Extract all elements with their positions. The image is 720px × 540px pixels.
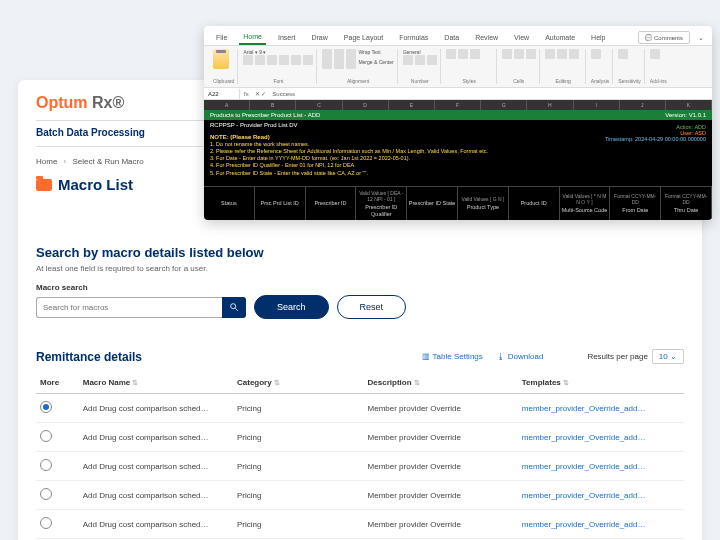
col-letter[interactable]: A <box>204 100 250 110</box>
col-letter[interactable]: J <box>620 100 666 110</box>
excel-tab-view[interactable]: View <box>510 31 533 44</box>
cell-template-link[interactable]: member_provider_Override_add… <box>518 481 684 510</box>
col-letter[interactable]: I <box>574 100 620 110</box>
delete-cells-icon[interactable] <box>514 49 524 59</box>
sort-icon[interactable]: ⇅ <box>274 379 280 386</box>
sort-icon[interactable]: ⇅ <box>414 379 420 386</box>
col-letter[interactable]: D <box>343 100 389 110</box>
sort-filter-icon[interactable] <box>557 49 567 59</box>
folder-icon <box>36 179 52 191</box>
italic-icon[interactable] <box>255 55 265 65</box>
brand-symbol: ® <box>112 94 124 111</box>
format-cells-icon[interactable] <box>526 49 536 59</box>
row-radio[interactable] <box>40 430 52 442</box>
analyze-icon[interactable] <box>591 49 601 59</box>
paste-icon[interactable] <box>213 49 229 69</box>
align-icon[interactable] <box>346 49 356 59</box>
sheet-col-header: Prsc Prd List ID <box>255 187 306 220</box>
cell-template-link[interactable]: member_provider_Override_add… <box>518 423 684 452</box>
col-letter[interactable]: K <box>666 100 712 110</box>
reset-button[interactable]: Reset <box>337 295 407 319</box>
sheet-col-header: Format CCYY-MM-DDThru Date <box>661 187 712 220</box>
comments-button[interactable]: 💬 Comments <box>638 31 690 44</box>
svg-line-1 <box>235 308 238 311</box>
ribbon-collapse-icon[interactable]: ⌄ <box>698 34 704 42</box>
col-letter[interactable]: B <box>250 100 296 110</box>
table-row[interactable]: Add Drug cost comparison sched…PricingMe… <box>36 423 684 452</box>
name-box[interactable]: A22 <box>204 89 240 99</box>
excel-tab-file[interactable]: File <box>212 31 231 44</box>
search-button[interactable]: Search <box>254 295 329 319</box>
cell-template-link[interactable]: member_provider_Override_add… <box>518 510 684 539</box>
excel-tab-home[interactable]: Home <box>239 30 266 45</box>
underline-icon[interactable] <box>267 55 277 65</box>
excel-tab-insert[interactable]: Insert <box>274 31 300 44</box>
cell-macro-name: Add Drug cost comparison sched… <box>79 481 233 510</box>
col-letter[interactable]: F <box>435 100 481 110</box>
formula-bar[interactable]: Success <box>272 91 295 97</box>
table-row[interactable]: Add Drug cost comparison sched…PricingMe… <box>36 481 684 510</box>
col-letter[interactable]: C <box>296 100 342 110</box>
fill-icon[interactable] <box>291 55 301 65</box>
percent-icon[interactable] <box>415 55 425 65</box>
sort-icon[interactable]: ⇅ <box>132 379 138 386</box>
currency-icon[interactable] <box>403 55 413 65</box>
download-link[interactable]: ⭳Download <box>497 352 544 361</box>
brand-part2: Rx <box>88 94 113 111</box>
sheet-col-header: Prescriber ID State <box>407 187 458 220</box>
crumb-current: Select & Run Macro <box>72 157 143 166</box>
row-radio[interactable] <box>40 488 52 500</box>
table-row[interactable]: Add Drug cost comparison sched…PricingMe… <box>36 452 684 481</box>
excel-tab-data[interactable]: Data <box>440 31 463 44</box>
rpp-label: Results per page <box>587 352 647 361</box>
download-icon: ⭳ <box>497 352 505 361</box>
cell-template-link[interactable]: member_provider_Override_add… <box>518 394 684 423</box>
bold-icon[interactable] <box>243 55 253 65</box>
cell-template-link[interactable]: member_provider_Override_add… <box>518 452 684 481</box>
excel-tab-help[interactable]: Help <box>587 31 609 44</box>
table-format-icon[interactable] <box>458 49 468 59</box>
cell-styles-icon[interactable] <box>470 49 480 59</box>
col-letter[interactable]: E <box>389 100 435 110</box>
search-icon-button[interactable] <box>222 297 246 318</box>
excel-tab-draw[interactable]: Draw <box>307 31 331 44</box>
sheet-col-header: Format CCYY-MM-DDFrom Date <box>610 187 661 220</box>
ribbon-group-clipboard: Clipboard <box>213 78 234 84</box>
table-row[interactable]: Add Drug cost comparison sched…PricingMe… <box>36 394 684 423</box>
row-radio[interactable] <box>40 517 52 529</box>
sort-icon[interactable]: ⇅ <box>563 379 569 386</box>
addins-icon[interactable] <box>650 49 660 59</box>
excel-tab-review[interactable]: Review <box>471 31 502 44</box>
ribbon-group-editing: Editing <box>545 78 582 84</box>
col-letter[interactable]: G <box>481 100 527 110</box>
insert-cells-icon[interactable] <box>502 49 512 59</box>
align-icon[interactable] <box>322 49 332 59</box>
excel-sheet: Products to Prescriber Product List - AD… <box>204 110 712 220</box>
page-title: Macro List <box>58 176 133 193</box>
border-icon[interactable] <box>279 55 289 65</box>
col-letter[interactable]: H <box>527 100 573 110</box>
comma-icon[interactable] <box>427 55 437 65</box>
sensitivity-icon[interactable] <box>618 49 628 59</box>
excel-tab-formulas[interactable]: Formulas <box>395 31 432 44</box>
cell-category: Pricing <box>233 510 364 539</box>
cell-category: Pricing <box>233 481 364 510</box>
font-color-icon[interactable] <box>303 55 313 65</box>
row-radio[interactable] <box>40 459 52 471</box>
autosum-icon[interactable] <box>545 49 555 59</box>
sheet-col-header: Prescriber ID <box>306 187 357 220</box>
table-row[interactable]: Add Drug cost comparison sched…PricingMe… <box>36 510 684 539</box>
cond-format-icon[interactable] <box>446 49 456 59</box>
excel-tab-page-layout[interactable]: Page Layout <box>340 31 387 44</box>
ribbon-group-styles: Styles <box>446 78 493 84</box>
excel-tab-automate[interactable]: Automate <box>541 31 579 44</box>
crumb-home[interactable]: Home <box>36 157 57 166</box>
align-icon[interactable] <box>334 49 344 59</box>
table-settings-link[interactable]: ▥Table Settings <box>422 352 483 361</box>
cell-description: Member provider Override <box>364 423 518 452</box>
find-icon[interactable] <box>569 49 579 59</box>
search-input[interactable] <box>36 297 222 318</box>
rpp-select[interactable]: 10 ⌄ <box>652 349 684 364</box>
row-radio[interactable] <box>40 401 52 413</box>
chevron-right-icon: › <box>64 157 67 166</box>
